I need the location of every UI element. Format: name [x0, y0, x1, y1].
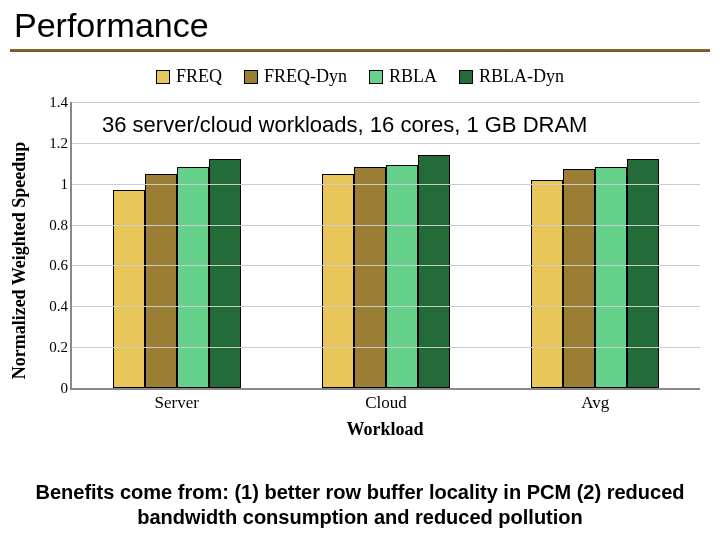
- bar-group: Avg: [491, 102, 700, 388]
- bar-group: Cloud: [281, 102, 490, 388]
- y-tick: 0.8: [49, 216, 68, 233]
- bar: [627, 159, 659, 388]
- y-tick: 0: [61, 380, 69, 397]
- title-rule: [10, 49, 710, 52]
- category-label: Avg: [491, 388, 700, 413]
- bar: [354, 167, 386, 388]
- gridline: [72, 102, 700, 103]
- bar: [113, 190, 145, 388]
- y-tick: 1: [61, 175, 69, 192]
- gridline: [72, 184, 700, 185]
- gridline: [72, 347, 700, 348]
- caption: Benefits come from: (1) better row buffe…: [6, 480, 714, 530]
- bar: [386, 165, 418, 388]
- bar: [145, 174, 177, 389]
- gridline: [72, 225, 700, 226]
- legend-swatch: [156, 70, 170, 84]
- y-tick: 0.6: [49, 257, 68, 274]
- legend-label: FREQ: [176, 66, 222, 87]
- y-tick: 1.2: [49, 134, 68, 151]
- gridline: [72, 143, 700, 144]
- legend-label: RBLA-Dyn: [479, 66, 564, 87]
- x-axis-label: Workload: [70, 419, 700, 440]
- legend-label: RBLA: [389, 66, 437, 87]
- legend-swatch: [459, 70, 473, 84]
- gridline: [72, 306, 700, 307]
- bar-groups: ServerCloudAvg: [72, 102, 700, 388]
- page-title: Performance: [10, 6, 710, 47]
- legend-item: RBLA-Dyn: [459, 66, 564, 87]
- y-tick: 0.4: [49, 298, 68, 315]
- chart: FREQFREQ-DynRBLARBLA-Dyn Normalized Weig…: [10, 60, 710, 440]
- bar-group: Server: [72, 102, 281, 388]
- y-axis-label: Normalized Weighted Speedup: [6, 110, 34, 410]
- bar: [531, 180, 563, 388]
- legend-swatch: [244, 70, 258, 84]
- legend: FREQFREQ-DynRBLARBLA-Dyn: [10, 66, 710, 87]
- category-label: Server: [72, 388, 281, 413]
- y-tick: 0.2: [49, 339, 68, 356]
- legend-item: FREQ: [156, 66, 222, 87]
- bar: [177, 167, 209, 388]
- legend-label: FREQ-Dyn: [264, 66, 347, 87]
- category-label: Cloud: [281, 388, 490, 413]
- y-tick: 1.4: [49, 94, 68, 111]
- gridline: [72, 265, 700, 266]
- bar: [209, 159, 241, 388]
- legend-item: RBLA: [369, 66, 437, 87]
- bar: [595, 167, 627, 388]
- plot-area: 36 server/cloud workloads, 16 cores, 1 G…: [70, 102, 700, 390]
- slide: Performance FREQFREQ-DynRBLARBLA-Dyn Nor…: [0, 0, 720, 540]
- bar: [322, 174, 354, 389]
- legend-item: FREQ-Dyn: [244, 66, 347, 87]
- bar: [418, 155, 450, 388]
- bar: [563, 169, 595, 388]
- legend-swatch: [369, 70, 383, 84]
